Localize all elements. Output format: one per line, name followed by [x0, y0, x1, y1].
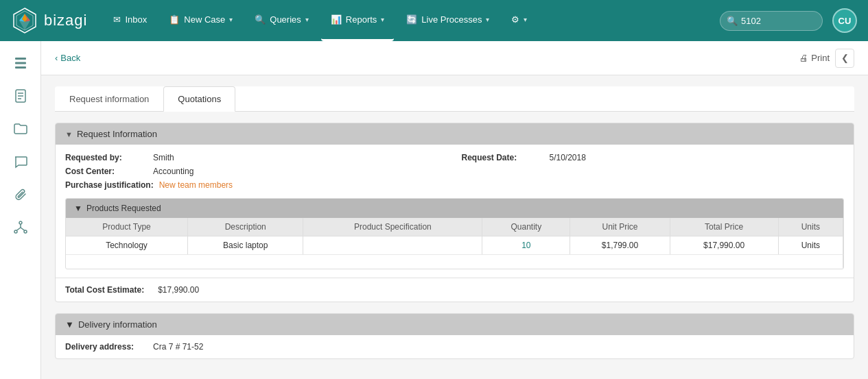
products-title: Products Requested	[86, 204, 161, 213]
cost-center-label: Cost Center:	[65, 167, 148, 176]
live-processes-icon: 🔄	[406, 14, 417, 25]
sidebar-icon-folder[interactable]	[5, 114, 36, 144]
delivery-address-row: Delivery address: Cra 7 # 71-52	[65, 342, 844, 352]
svg-rect-8	[15, 66, 26, 69]
nav-queries[interactable]: 🔍 Queries ▾	[245, 0, 318, 41]
toolbar-right: 🖨 Print ❮	[799, 49, 854, 68]
top-navigation: bizagi ✉ Inbox 📋 New Case ▾ 🔍 Queries ▾ …	[0, 0, 868, 41]
svg-rect-7	[15, 62, 26, 64]
main-content: ‹ Back 🖨 Print ❮ Request information	[41, 41, 868, 379]
sidebar-icon-attachment[interactable]	[5, 180, 36, 210]
content-area: Request information Quotations ▼ Request…	[41, 75, 868, 379]
purchase-justification-label: Purchase justification:	[65, 180, 154, 190]
svg-line-17	[16, 228, 21, 231]
products-table-header-row: Product Type Description Product Specifi…	[66, 218, 843, 236]
settings-chevron: ▾	[524, 16, 527, 23]
chat-icon	[13, 154, 28, 169]
nav-reports[interactable]: 📊 Reports ▾	[321, 0, 395, 41]
cell-quantity: 10	[482, 236, 570, 255]
products-toggle-icon[interactable]: ▼	[74, 204, 82, 213]
main-layout: ‹ Back 🖨 Print ❮ Request information	[0, 41, 868, 379]
cost-center-row: Cost Center: Accounting	[65, 167, 448, 176]
print-button[interactable]: 🖨 Print	[799, 53, 830, 63]
request-info-toggle-icon[interactable]: ▼	[65, 130, 73, 138]
logo-text: bizagi	[44, 12, 87, 29]
col-units: Units	[778, 218, 843, 236]
total-cost-label: Total Cost Estimate:	[65, 285, 144, 295]
collapse-icon: ❮	[841, 53, 849, 63]
page-toolbar: ‹ Back 🖨 Print ❮	[41, 41, 868, 75]
inbox-icon: ✉	[113, 14, 121, 25]
cell-product-type: Technology	[66, 236, 187, 255]
nav-settings[interactable]: ⚙ ▾	[502, 0, 537, 41]
reports-icon: 📊	[331, 14, 342, 25]
svg-rect-6	[15, 58, 26, 60]
tab-quotations[interactable]: Quotations	[163, 86, 235, 112]
sidebar-icon-document-list[interactable]	[5, 48, 36, 78]
delivery-title: Delivery information	[78, 319, 157, 330]
products-requested-section: ▼ Products Requested Product Type Descri…	[65, 198, 844, 269]
new-case-chevron: ▾	[229, 16, 233, 23]
reports-chevron: ▾	[381, 16, 384, 23]
products-table: Product Type Description Product Specifi…	[66, 218, 843, 269]
request-information-card: ▼ Request Information Requested by: Smit…	[55, 123, 854, 302]
sidebar-icon-network[interactable]	[5, 212, 36, 243]
left-sidebar	[0, 41, 41, 379]
nav-new-case[interactable]: 📋 New Case ▾	[159, 0, 242, 41]
cell-total-price: $17,990.00	[670, 236, 778, 255]
network-icon	[13, 220, 28, 235]
table-row: Technology Basic laptop 10 $1,799.00 $17…	[66, 236, 843, 255]
request-info-title: Request Information	[77, 129, 157, 139]
requested-by-row: Requested by: Smith	[65, 153, 448, 162]
svg-line-18	[21, 228, 25, 231]
document-icon	[13, 88, 28, 103]
live-processes-chevron: ▾	[486, 16, 489, 23]
col-description: Description	[187, 218, 303, 236]
products-header: ▼ Products Requested	[66, 199, 843, 218]
new-case-icon: 📋	[169, 14, 180, 25]
queries-icon: 🔍	[255, 14, 266, 25]
cost-center-value: Accounting	[153, 167, 193, 176]
attachment-icon	[13, 187, 28, 202]
total-cost-row: Total Cost Estimate: $17,990.00	[56, 278, 854, 302]
list-icon	[13, 56, 28, 71]
nav-queries-label: Queries	[270, 14, 301, 25]
delivery-form: Delivery address: Cra 7 # 71-52	[56, 335, 854, 358]
search-wrapper: 🔍	[720, 11, 823, 31]
avatar[interactable]: CU	[832, 8, 857, 33]
nav-inbox[interactable]: ✉ Inbox	[104, 0, 156, 41]
tab-quotations-label: Quotations	[178, 94, 221, 104]
collapse-button[interactable]: ❮	[835, 49, 854, 68]
back-button[interactable]: ‹ Back	[55, 53, 80, 63]
search-input[interactable]	[720, 11, 823, 31]
delivery-info-header: ▼ Delivery information	[56, 314, 854, 335]
nav-reports-label: Reports	[346, 14, 377, 25]
col-total-price: Total Price	[670, 218, 778, 236]
nav-new-case-label: New Case	[184, 14, 225, 25]
back-label: Back	[60, 53, 80, 63]
nav-live-processes[interactable]: 🔄 Live Processes ▾	[397, 0, 499, 41]
request-date-label: Request Date:	[462, 153, 544, 162]
tab-request-information[interactable]: Request information	[55, 86, 163, 112]
purchase-justification-value: New team members	[159, 180, 233, 190]
print-icon: 🖨	[799, 53, 808, 63]
sidebar-icon-document[interactable]	[5, 81, 36, 111]
delivery-address-label: Delivery address:	[65, 342, 148, 352]
settings-icon: ⚙	[511, 14, 519, 25]
folder-icon	[13, 121, 28, 136]
request-info-form: Requested by: Smith Request Date: 5/10/2…	[56, 145, 854, 198]
cell-units: Units	[778, 236, 843, 255]
cell-unit-price: $1,799.00	[570, 236, 670, 255]
requested-by-label: Requested by:	[65, 153, 148, 162]
empty-col	[462, 167, 845, 176]
tabs-bar: Request information Quotations	[55, 86, 854, 112]
request-info-header: ▼ Request Information	[56, 123, 854, 145]
table-empty-row	[66, 255, 843, 269]
print-label: Print	[811, 53, 830, 63]
sidebar-icon-chat[interactable]	[5, 147, 36, 177]
logo-icon	[11, 7, 38, 34]
col-quantity: Quantity	[482, 218, 570, 236]
delivery-toggle-icon[interactable]: ▼	[65, 319, 74, 330]
svg-marker-5	[19, 21, 30, 30]
logo[interactable]: bizagi	[11, 7, 87, 34]
